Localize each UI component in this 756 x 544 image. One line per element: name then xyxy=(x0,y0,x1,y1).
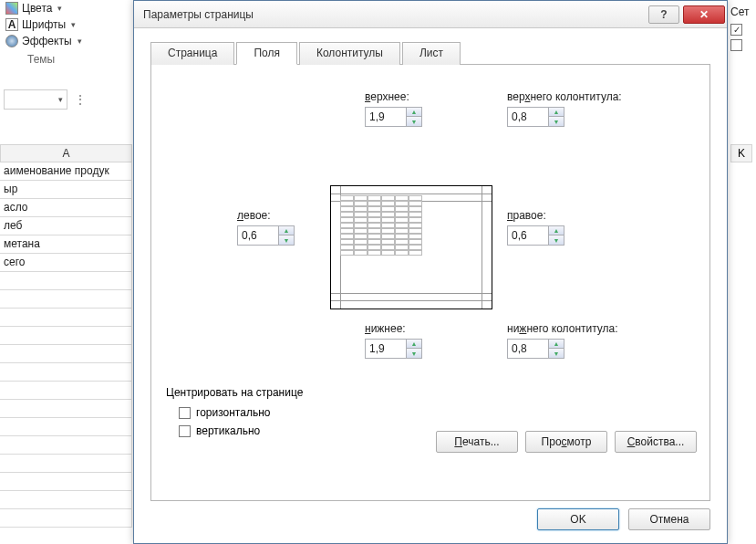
checkbox-icon xyxy=(179,425,191,437)
dialog-title: Параметры страницы xyxy=(143,8,647,21)
spin-down-icon[interactable]: ▼ xyxy=(279,235,294,245)
tab-headers[interactable]: Колонтитулы xyxy=(299,42,400,65)
cell[interactable] xyxy=(0,436,132,455)
header-margin-label: верхнего колонтитула: xyxy=(507,90,622,103)
bottom-margin-spinner[interactable]: ▲▼ xyxy=(365,339,422,359)
right-margin-label: правое: xyxy=(507,209,546,222)
cell[interactable] xyxy=(0,473,132,491)
colors-menu[interactable]: Цвета▾ xyxy=(0,0,132,16)
cell[interactable]: метана xyxy=(0,235,132,254)
cell[interactable] xyxy=(0,509,132,528)
top-margin-input[interactable] xyxy=(365,107,407,127)
margin-preview xyxy=(330,185,492,309)
cell[interactable] xyxy=(0,327,132,345)
cell[interactable]: сего xyxy=(0,254,132,272)
cell[interactable]: асло xyxy=(0,199,132,217)
spin-down-icon[interactable]: ▼ xyxy=(549,349,564,358)
fonts-icon: A xyxy=(5,18,18,31)
effects-icon xyxy=(5,35,18,47)
close-button[interactable]: ✕ xyxy=(683,5,725,24)
center-vertical-checkbox[interactable]: вертикально xyxy=(179,424,303,437)
left-margin-label: левое: xyxy=(237,209,271,222)
spin-up-icon[interactable]: ▲ xyxy=(279,226,294,235)
footer-margin-spinner[interactable]: ▲▼ xyxy=(507,339,564,359)
top-margin-spinner[interactable]: ▲▼ xyxy=(365,107,422,127)
cells-column: аименование продук ыр асло леб метана се… xyxy=(0,162,132,528)
cell[interactable] xyxy=(0,418,132,436)
left-margin-spinner[interactable]: ▲▼ xyxy=(237,225,295,246)
colors-label: Цвета xyxy=(22,2,52,15)
gridlines-print-checkbox[interactable] xyxy=(727,37,756,53)
tab-page[interactable]: Страница xyxy=(150,42,234,65)
center-horizontal-label: горизонтально xyxy=(196,406,270,419)
effects-menu[interactable]: Эффекты▾ xyxy=(0,33,132,49)
footer-margin-input[interactable] xyxy=(507,339,549,359)
cell[interactable] xyxy=(0,272,132,290)
titlebar[interactable]: Параметры страницы ? ✕ xyxy=(134,1,727,28)
spin-up-icon[interactable]: ▲ xyxy=(407,108,421,117)
fonts-menu[interactable]: AШрифты▾ xyxy=(0,16,132,33)
center-horizontal-checkbox[interactable]: горизонтально xyxy=(179,406,303,419)
gridlines-label: Сет xyxy=(727,0,756,22)
spin-down-icon[interactable]: ▼ xyxy=(407,117,421,126)
top-margin-label: верхнее: xyxy=(365,90,409,103)
themes-group-label: Темы xyxy=(0,49,132,71)
cell[interactable] xyxy=(0,345,132,363)
checkbox-icon: ✓ xyxy=(730,24,742,36)
tab-margins[interactable]: Поля xyxy=(236,42,297,65)
help-button[interactable]: ? xyxy=(648,5,679,24)
right-margin-spinner[interactable]: ▲▼ xyxy=(507,225,564,246)
dropdown[interactable]: ▾ xyxy=(4,89,67,110)
ok-button[interactable]: OK xyxy=(537,508,619,530)
tab-sheet[interactable]: Лист xyxy=(402,42,461,65)
chevron-down-icon: ▾ xyxy=(71,20,76,29)
spin-up-icon[interactable]: ▲ xyxy=(549,108,564,117)
cell[interactable] xyxy=(0,290,132,309)
cell[interactable]: ыр xyxy=(0,181,132,199)
bottom-margin-label: нижнее: xyxy=(365,322,406,335)
properties-button[interactable]: Свойства... xyxy=(615,431,697,453)
column-header-a[interactable]: A xyxy=(0,144,132,162)
cell[interactable] xyxy=(0,382,132,400)
left-margin-input[interactable] xyxy=(237,225,279,246)
fonts-label: Шрифты xyxy=(22,18,66,31)
cell[interactable] xyxy=(0,491,132,509)
more-icon[interactable]: ⋮ xyxy=(75,93,87,106)
checkbox-icon xyxy=(179,407,191,419)
effects-label: Эффекты xyxy=(22,35,72,47)
cell[interactable]: леб xyxy=(0,217,132,235)
header-margin-input[interactable] xyxy=(507,107,549,127)
margins-panel: верхнее: ▲▼ верхнего колонтитула: ▲▼ лев… xyxy=(150,65,710,501)
cell[interactable] xyxy=(0,363,132,382)
tabs: Страница Поля Колонтитулы Лист xyxy=(150,41,710,65)
center-on-page-label: Центрировать на странице xyxy=(166,386,303,399)
footer-margin-label: нижнего колонтитула: xyxy=(507,322,618,335)
preview-button[interactable]: Просмотр xyxy=(525,431,607,453)
chevron-down-icon: ▾ xyxy=(57,4,62,13)
bottom-margin-input[interactable] xyxy=(365,339,407,359)
spin-down-icon[interactable]: ▼ xyxy=(549,235,564,245)
chevron-down-icon: ▾ xyxy=(78,37,82,46)
page-setup-dialog: Параметры страницы ? ✕ Страница Поля Кол… xyxy=(133,0,728,544)
gridlines-view-checkbox[interactable]: ✓ xyxy=(727,22,756,37)
center-vertical-label: вертикально xyxy=(196,424,260,437)
cell[interactable] xyxy=(0,400,132,418)
cell[interactable]: аименование продук xyxy=(0,162,132,181)
spin-down-icon[interactable]: ▼ xyxy=(407,349,421,358)
chevron-down-icon: ▾ xyxy=(58,95,63,104)
spin-up-icon[interactable]: ▲ xyxy=(407,340,421,349)
column-header-k[interactable]: K xyxy=(730,144,752,162)
right-margin-input[interactable] xyxy=(507,225,549,246)
colors-icon xyxy=(5,2,18,15)
cell[interactable] xyxy=(0,455,132,473)
checkbox-icon xyxy=(730,39,742,51)
cell[interactable] xyxy=(0,309,132,327)
spin-down-icon[interactable]: ▼ xyxy=(549,117,564,126)
header-margin-spinner[interactable]: ▲▼ xyxy=(507,107,564,127)
cancel-button[interactable]: Отмена xyxy=(628,508,710,530)
print-button[interactable]: Печать... xyxy=(436,431,518,453)
spin-up-icon[interactable]: ▲ xyxy=(549,226,564,235)
spin-up-icon[interactable]: ▲ xyxy=(549,340,564,349)
